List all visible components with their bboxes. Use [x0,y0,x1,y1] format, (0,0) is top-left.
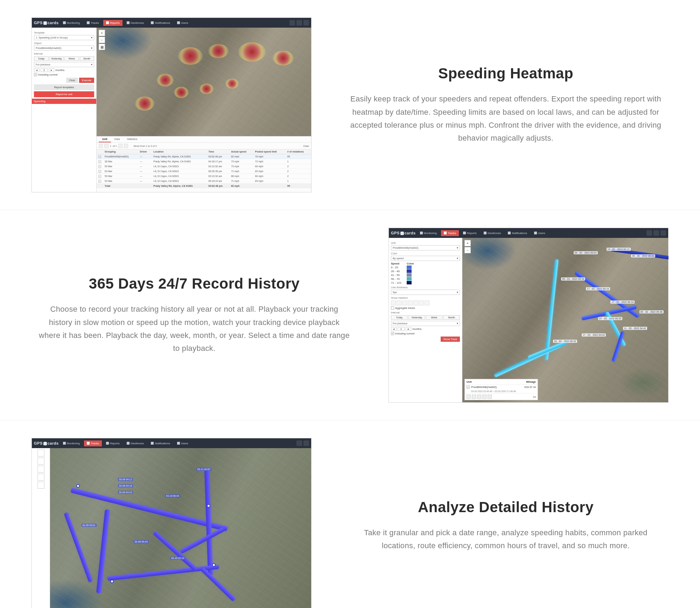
marker-tool-6[interactable] [419,301,424,305]
marker-tool-4[interactable] [408,301,413,305]
marker-tool-7[interactable] [425,301,429,305]
btn-week[interactable]: Week [64,56,79,61]
table-row[interactable]: +59 Mar---I-8, El Cajon, CA 9202103:13:3… [97,174,311,179]
col-driver[interactable]: Driver [138,149,152,154]
chk-track[interactable]: ✓ [467,386,470,389]
zoom-in-icon[interactable]: + [464,240,471,246]
side-tool-5[interactable] [37,482,44,489]
col-time[interactable]: Time [206,149,229,154]
btn-today[interactable]: Today [391,315,408,320]
thickness-select[interactable]: 5px▾ [391,290,460,295]
page-last-icon[interactable] [124,144,128,148]
btn-month[interactable]: Month [80,56,94,61]
btn-report-for-unit[interactable]: Report for unit [34,91,94,97]
map-area[interactable]: 03-09 04:12 03-09 04:18 03-09 04:23 03-1… [50,448,311,608]
nav-geofences[interactable]: Geofences [124,440,147,446]
side-tool-1[interactable] [37,450,44,457]
marker-tool-3[interactable] [402,301,407,305]
tool-icon-1[interactable] [296,440,302,446]
nav-geofences[interactable]: Geofences [124,20,147,26]
side-tool-4[interactable] [37,474,44,481]
btn-month[interactable]: Month [443,315,460,320]
nav-notifications[interactable]: Notifications [148,20,173,26]
zoom-out-icon[interactable]: − [99,37,105,43]
page-prev-icon[interactable] [104,144,108,148]
col-actual[interactable]: Actual speed [229,149,253,154]
side-tool-3[interactable] [37,466,44,473]
expand-icon[interactable]: + [98,180,101,183]
zoom-out-icon[interactable]: − [464,247,471,253]
btn-execute[interactable]: Execute [79,78,94,83]
nav-reports[interactable]: Reports [103,20,122,26]
table-row[interactable]: +63 Mar---I-8, El Cajon, CA 9202106:35:3… [97,169,311,174]
table-clear[interactable]: Clear [303,145,309,147]
btn-today[interactable]: Today [34,56,49,61]
expand-icon[interactable]: + [98,155,101,158]
nav-tracks[interactable]: Tracks [441,230,459,236]
map-area[interactable]: + − 09 - 03 - 2022 00:0310 - 01 - 2019 0… [462,238,668,402]
nav-users[interactable]: Users [174,20,191,26]
template-select[interactable]: 1. Speeding (Unit in Group)▾ [34,35,94,40]
layers-icon[interactable]: ▦ [99,44,105,50]
object-select[interactable]: PriceBM4406(Hw002)▾ [34,45,94,51]
col-grouping[interactable]: Grouping [103,149,138,154]
play-first-icon[interactable] [467,395,471,399]
step-up[interactable]: ▸ [49,68,54,72]
btn-yesterday[interactable]: Yesterday [49,56,64,61]
table-row[interactable]: +PriceBM4406(Hw002)---Prady Valley Rd, A… [97,154,311,159]
btn-show-track[interactable]: Show Track [441,337,460,342]
btn-week[interactable]: Week [426,315,443,320]
table-row[interactable]: +53 Mar---I-8, El Cajon, CA 9202105:18:1… [97,179,311,184]
nav-monitoring[interactable]: Monitoring [60,20,83,26]
expand-icon[interactable]: + [98,175,101,178]
tool-icon-2[interactable] [303,440,309,446]
col-location[interactable]: Location [152,149,206,154]
play-last-icon[interactable] [488,395,492,399]
tab-unit[interactable]: Unit [99,136,111,142]
nav-users[interactable]: Users [531,230,548,236]
marker-tool-1[interactable] [391,301,396,305]
unit-select[interactable]: PriceBM4406(Hw002)▾ [391,245,460,250]
nav-geofences[interactable]: Geofences [481,230,504,236]
checkbox-including[interactable]: ✓ [34,73,37,76]
nav-tracks[interactable]: Tracks [84,440,102,446]
expand-icon[interactable]: + [98,165,101,168]
col-posted[interactable]: Posted speed limit [253,149,286,154]
nav-monitoring[interactable]: Monitoring [417,230,440,236]
btn-report-templates[interactable]: Report templates [34,84,94,90]
map-area[interactable]: + − ▦ [97,28,311,192]
btn-yesterday[interactable]: Yesterday [408,315,425,320]
tab-data[interactable]: Data [111,136,124,142]
tool-icon-1[interactable] [289,20,295,26]
step-down[interactable]: ◂ [34,68,40,72]
tool-icon-3[interactable] [303,20,309,26]
expand-icon[interactable]: + [98,160,101,163]
play-icon[interactable] [477,395,481,399]
color-select[interactable]: By speed▾ [391,256,460,261]
marker-tool-2[interactable] [397,301,401,305]
nav-users[interactable]: Users [174,440,191,446]
marker-tool-5[interactable] [413,301,418,305]
expand-icon[interactable]: + [98,170,101,173]
prev-interval-select[interactable]: For previous▾ [34,62,94,67]
tool-icon-1[interactable] [646,230,652,236]
step-up[interactable]: ▸ [406,327,411,331]
chk-incl[interactable]: ✓ [391,332,394,335]
btn-clear[interactable]: Clear [66,78,78,83]
tab-statistics[interactable]: Statistics [123,136,141,142]
nav-reports[interactable]: Reports [460,230,479,236]
nav-reports[interactable]: Reports [103,440,122,446]
chk-aggregate[interactable] [391,306,394,310]
step-down[interactable]: ◂ [391,327,397,331]
col-viol[interactable]: # of violations [286,149,311,154]
tool-icon-3[interactable] [660,230,666,236]
zoom-in-icon[interactable]: + [99,30,105,36]
nav-monitoring[interactable]: Monitoring [60,440,83,446]
page-first-icon[interactable] [99,144,103,148]
table-row[interactable]: +59 Mar---I-8, El Cajon, CA 9202103:13:3… [97,164,311,169]
nav-notifications[interactable]: Notifications [505,230,530,236]
play-prev-icon[interactable] [472,395,476,399]
play-next-icon[interactable] [482,395,486,399]
nav-notifications[interactable]: Notifications [148,440,173,446]
table-row[interactable]: +28 Mar---Prady Valley Rd, Alpine, CA 91… [97,159,311,164]
